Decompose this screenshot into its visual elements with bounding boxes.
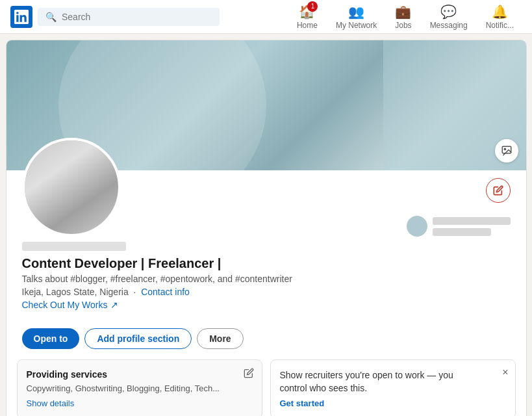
profile-edit-button[interactable] bbox=[486, 178, 511, 203]
notifications-icon: 🔔 bbox=[492, 4, 508, 20]
bottom-cards: Providing services Copywriting, Ghostwri… bbox=[6, 359, 526, 416]
jobs-label: Jobs bbox=[395, 21, 411, 30]
add-profile-section-button[interactable]: Add profile section bbox=[84, 328, 192, 349]
messaging-label: Messaging bbox=[430, 21, 468, 30]
open-to-work-text: Show recruiters you're open to work — yo… bbox=[280, 369, 506, 395]
nav-item-my-network[interactable]: 👥 My Network bbox=[328, 4, 385, 30]
close-icon: × bbox=[502, 367, 508, 378]
nav-item-home[interactable]: 🏠 1 Home bbox=[289, 4, 325, 30]
profile-tagline: Talks about #blogger, #freelancer, #open… bbox=[22, 274, 511, 284]
avatar bbox=[22, 138, 121, 237]
blurred-text-1 bbox=[433, 217, 511, 225]
cover-photo-edit-button[interactable] bbox=[495, 139, 518, 162]
services-card-title: Providing services bbox=[27, 369, 253, 380]
nav-items: 🏠 1 Home 👥 My Network 💼 Jobs 💬 Messaging… bbox=[289, 4, 522, 30]
avatar-row bbox=[6, 170, 526, 237]
dismiss-button[interactable]: × bbox=[502, 367, 508, 378]
search-icon: 🔍 bbox=[45, 12, 57, 22]
more-button[interactable]: More bbox=[197, 328, 243, 349]
profile-info: Content Developer | Freelancer | Talks a… bbox=[6, 237, 526, 328]
open-to-work-card: Show recruiters you're open to work — yo… bbox=[270, 359, 516, 416]
blurred-text-2 bbox=[433, 228, 491, 236]
avatar-placeholder bbox=[25, 140, 118, 234]
profile-name-blurred bbox=[22, 242, 126, 251]
network-label: My Network bbox=[336, 21, 377, 30]
messaging-icon: 💬 bbox=[440, 4, 457, 20]
profile-location: Ikeja, Lagos State, Nigeria · Contact in… bbox=[22, 287, 511, 297]
home-label: Home bbox=[297, 21, 318, 30]
linkedin-logo[interactable] bbox=[10, 6, 32, 28]
website-link[interactable]: Check Out My Works ↗ bbox=[22, 300, 511, 310]
nav-item-jobs[interactable]: 💼 Jobs bbox=[387, 4, 419, 30]
get-started-link[interactable]: Get started bbox=[280, 398, 325, 408]
network-icon: 👥 bbox=[348, 4, 364, 20]
show-details-link[interactable]: Show details bbox=[27, 398, 75, 408]
search-input[interactable] bbox=[62, 12, 212, 22]
services-card: Providing services Copywriting, Ghostwri… bbox=[17, 359, 262, 416]
home-badge: 1 bbox=[307, 1, 318, 12]
contact-info-link[interactable]: Contact info bbox=[141, 287, 190, 297]
blurred-icon-1 bbox=[407, 216, 427, 237]
services-card-content: Copywriting, Ghostwriting, Blogging, Edi… bbox=[27, 384, 253, 393]
open-to-button[interactable]: Open to bbox=[22, 328, 80, 349]
jobs-icon: 💼 bbox=[395, 4, 411, 20]
services-edit-button[interactable] bbox=[244, 368, 254, 381]
notifications-label: Notific... bbox=[486, 21, 514, 30]
external-link-icon: ↗ bbox=[110, 300, 118, 310]
search-bar[interactable]: 🔍 bbox=[38, 8, 220, 26]
profile-title: Content Developer | Freelancer | bbox=[22, 256, 511, 271]
home-icon: 🏠 1 bbox=[299, 4, 315, 20]
svg-point-1 bbox=[504, 148, 505, 150]
navbar: 🔍 🏠 1 Home 👥 My Network 💼 Jobs 💬 Messagi… bbox=[0, 0, 532, 34]
profile-card: Content Developer | Freelancer | Talks a… bbox=[6, 40, 526, 416]
nav-item-messaging[interactable]: 💬 Messaging bbox=[422, 4, 475, 30]
nav-item-notifications[interactable]: 🔔 Notific... bbox=[478, 4, 522, 30]
action-buttons: Open to Add profile section More bbox=[6, 328, 526, 359]
profile-side-info bbox=[407, 216, 511, 237]
